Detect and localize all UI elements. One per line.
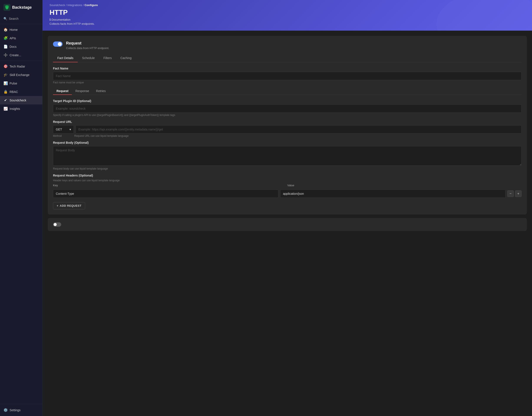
main-tabs: Fact Details Schedule Filters Caching bbox=[53, 54, 522, 62]
sidebar-item-apis[interactable]: 🧩 APIs bbox=[0, 34, 42, 42]
sidebar-item-tech-radar[interactable]: 🎯 Tech Radar bbox=[0, 62, 42, 71]
request-headers-group: Request Headers (Optional) Header keys a… bbox=[53, 174, 522, 198]
bottom-toggle[interactable] bbox=[53, 222, 61, 227]
search-icon: 🔍 bbox=[3, 17, 7, 20]
apis-icon: 🧩 bbox=[3, 36, 7, 40]
sidebar-item-home[interactable]: 🏠 Home bbox=[0, 25, 42, 34]
sidebar: Backstage 🔍 Search 🏠 Home 🧩 APIs 📄 Docs … bbox=[0, 0, 43, 416]
sidebar-item-settings[interactable]: ⚙️ Settings bbox=[0, 406, 42, 414]
remove-header-button-0[interactable]: − bbox=[507, 190, 514, 197]
fact-name-label: Fact Name bbox=[53, 67, 522, 70]
search-button[interactable]: 🔍 Search bbox=[0, 15, 42, 23]
add-request-button[interactable]: + ADD REQUEST bbox=[53, 202, 85, 209]
home-icon: 🏠 bbox=[3, 28, 7, 32]
sidebar-item-docs[interactable]: 📄 Docs bbox=[0, 42, 42, 51]
sidebar-item-soundcheck[interactable]: ✔ Soundcheck bbox=[0, 96, 42, 104]
request-url-group: Request URL GET POST PUT DELETE PATCH ▾ bbox=[53, 120, 522, 137]
request-card: Request Collects data from HTTP endpoint… bbox=[48, 36, 527, 215]
method-dropdown[interactable]: GET POST PUT DELETE PATCH bbox=[56, 128, 68, 131]
card-title: Request bbox=[66, 41, 109, 46]
documentation-link[interactable]: ℹ Documentation bbox=[49, 18, 525, 21]
url-hint: Request URL can use liquid template lang… bbox=[74, 134, 129, 137]
target-plugin-input[interactable] bbox=[53, 104, 522, 113]
request-url-label: Request URL bbox=[53, 120, 522, 123]
tab-filters[interactable]: Filters bbox=[99, 54, 116, 62]
content-area: Request Collects data from HTTP endpoint… bbox=[43, 31, 532, 416]
sidebar-item-skill-exchange[interactable]: 🎓 Skill Exchange bbox=[0, 71, 42, 79]
card-header: Request Collects data from HTTP endpoint… bbox=[53, 41, 522, 50]
sub-tab-response[interactable]: Response bbox=[72, 87, 93, 95]
pulse-icon: 📊 bbox=[3, 81, 7, 85]
backstage-logo-icon bbox=[3, 4, 10, 11]
sidebar-item-rbac[interactable]: 🔒 RBAC bbox=[0, 87, 42, 96]
page-header: Soundcheck / Integrations / Configure HT… bbox=[43, 0, 532, 31]
target-plugin-group: Target Plugin ID (Optional) Specify if c… bbox=[53, 99, 522, 117]
sidebar-item-label: Docs bbox=[10, 45, 17, 48]
logo[interactable]: Backstage bbox=[0, 0, 42, 15]
breadcrumb-configure: Configure bbox=[85, 3, 98, 7]
method-select[interactable]: GET POST PUT DELETE PATCH ▾ bbox=[53, 125, 74, 133]
card-title-group: Request Collects data from HTTP endpoint… bbox=[66, 41, 109, 50]
settings-icon: ⚙️ bbox=[3, 408, 7, 412]
soundcheck-icon: ✔ bbox=[3, 98, 7, 102]
sidebar-item-insights[interactable]: 📈 Insights bbox=[0, 104, 42, 113]
rbac-icon: 🔒 bbox=[3, 90, 7, 94]
breadcrumb-integrations[interactable]: Integrations bbox=[67, 3, 82, 7]
logo-text: Backstage bbox=[12, 5, 32, 10]
breadcrumb-soundcheck[interactable]: Soundcheck bbox=[49, 3, 65, 7]
sub-tab-request[interactable]: Request bbox=[53, 87, 72, 95]
sidebar-bottom: ⚙️ Settings bbox=[0, 404, 42, 416]
tab-fact-details[interactable]: Fact Details bbox=[53, 54, 78, 62]
skill-exchange-icon: 🎓 bbox=[3, 73, 7, 77]
header-row-actions: − + bbox=[507, 190, 522, 197]
headers-row-0: − + bbox=[53, 189, 522, 198]
sidebar-divider-1 bbox=[0, 24, 42, 24]
sub-tab-retries[interactable]: Retries bbox=[93, 87, 109, 95]
breadcrumb: Soundcheck / Integrations / Configure bbox=[49, 3, 525, 7]
add-request-label: ADD REQUEST bbox=[60, 204, 81, 207]
sidebar-item-label: Insights bbox=[10, 107, 20, 111]
sidebar-item-label: Skill Exchange bbox=[10, 73, 29, 77]
create-icon: ➕ bbox=[3, 53, 7, 57]
chevron-down-icon: ▾ bbox=[69, 128, 71, 131]
main-content: Soundcheck / Integrations / Configure HT… bbox=[43, 0, 532, 416]
headers-col-labels: Key Value bbox=[53, 184, 522, 188]
target-plugin-hint: Specify if calling a plugin's API to use… bbox=[53, 113, 522, 117]
add-header-button-0[interactable]: + bbox=[515, 190, 522, 197]
request-headers-hint: Header keys and values can use liquid te… bbox=[53, 179, 522, 182]
value-col-label: Value bbox=[287, 184, 520, 187]
request-body-textarea[interactable] bbox=[53, 146, 522, 166]
header-key-input-0[interactable] bbox=[53, 189, 278, 198]
sidebar-item-create[interactable]: ➕ Create... bbox=[0, 51, 42, 59]
target-plugin-label: Target Plugin ID (Optional) bbox=[53, 99, 522, 103]
sidebar-item-label: Tech Radar bbox=[10, 65, 25, 68]
plus-icon: + bbox=[57, 204, 58, 207]
sidebar-item-pulse[interactable]: 📊 Pulse bbox=[0, 79, 42, 87]
request-toggle[interactable] bbox=[53, 41, 63, 47]
tech-radar-icon: 🎯 bbox=[3, 64, 7, 68]
search-label: Search bbox=[9, 17, 19, 20]
page-title: HTTP bbox=[49, 9, 525, 17]
key-col-label: Key bbox=[53, 184, 285, 187]
fact-name-group: Fact Name Fact name must be unique bbox=[53, 67, 522, 84]
bottom-card-stub bbox=[48, 218, 527, 231]
url-input[interactable] bbox=[76, 125, 522, 133]
insights-icon: 📈 bbox=[3, 107, 7, 111]
sidebar-item-label: Pulse bbox=[10, 82, 17, 85]
sidebar-item-label: Create... bbox=[10, 53, 21, 57]
page-subtitle: Collects facts from HTTP endpoints. bbox=[49, 22, 525, 25]
url-row: GET POST PUT DELETE PATCH ▾ bbox=[53, 125, 522, 133]
sidebar-item-label: APIs bbox=[10, 37, 16, 40]
tab-caching[interactable]: Caching bbox=[116, 54, 136, 62]
request-headers-label: Request Headers (Optional) bbox=[53, 174, 522, 177]
header-value-input-0[interactable] bbox=[280, 189, 505, 198]
fact-name-input[interactable] bbox=[53, 72, 522, 80]
sub-tabs: Request Response Retries bbox=[53, 87, 522, 95]
sidebar-divider-2 bbox=[0, 61, 42, 61]
doc-link-text: Documentation bbox=[51, 18, 70, 21]
info-icon: ℹ bbox=[49, 18, 51, 21]
fact-name-hint: Fact name must be unique bbox=[53, 81, 522, 84]
sidebar-item-label: Home bbox=[10, 28, 18, 31]
tab-schedule[interactable]: Schedule bbox=[78, 54, 99, 62]
url-labels: Method Request URL can use liquid templa… bbox=[53, 134, 522, 137]
